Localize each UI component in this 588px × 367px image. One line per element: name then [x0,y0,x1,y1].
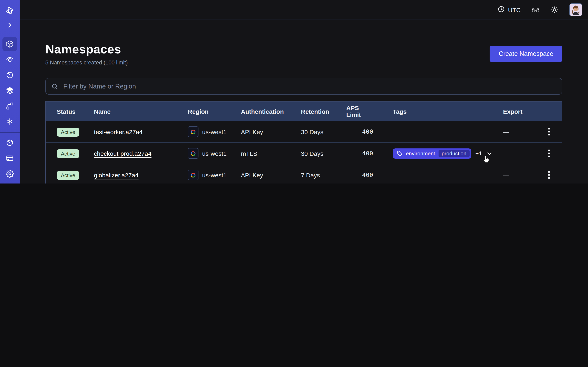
sidebar-item-nexus[interactable] [2,114,17,129]
sidebar-item-settings[interactable] [2,166,17,181]
auth-cell: API Key [241,128,301,135]
sidebar-collapse-chevron-icon[interactable] [2,18,17,33]
aps-limit-cell: 400 [362,150,381,157]
tags-wrap: environment production +1 [393,148,493,158]
region-cell: us-west1 [188,126,241,137]
namespace-link[interactable]: test-worker.a27a4 [94,128,143,135]
column-header-auth: Authentication [241,108,301,115]
page-header: Namespaces 5 Namespaces created (100 lim… [45,42,562,66]
status-badge: Active [57,171,79,180]
tags-cell: environment production +1 [381,148,503,158]
labs-glasses-icon[interactable] [531,6,540,14]
tags-more: +1 [476,150,482,157]
page-subtitle: 5 Namespaces created (100 limit) [45,59,128,66]
user-avatar[interactable] [569,3,582,16]
table-row: Active checkout-prod.a27a4 us-west1 mTLS… [46,143,562,164]
tag-key: environment [406,150,435,156]
retention-cell: 30 Days [301,150,346,157]
filter-bar [45,78,562,95]
namespaces-table: Status Name Region Authentication Retent… [45,101,562,184]
retention-cell: 7 Days [301,171,346,178]
timezone-label: UTC [508,6,521,13]
timezone-selector[interactable]: UTC [497,5,521,14]
sidebar-item-monitoring[interactable] [2,52,17,67]
namespace-link[interactable]: globalizer.a27a4 [94,171,139,178]
region-cell: us-west1 [188,170,241,180]
search-icon [51,83,58,90]
sidebar: 2.35.1 [0,0,20,184]
table-header: Status Name Region Authentication Retent… [46,101,562,121]
tag-value: production [438,150,470,157]
row-menu-button[interactable] [544,148,554,159]
sidebar-item-schedules[interactable] [2,68,17,82]
sidebar-divider [0,132,20,133]
auth-cell: API Key [241,171,301,178]
topbar: UTC [20,0,588,20]
table-row: Active test-worker.a27a4 us-west1 API Ke… [46,121,562,143]
sidebar-item-namespaces[interactable] [2,37,17,51]
aps-limit-cell: 400 [362,128,381,135]
sidebar-item-deployments[interactable] [2,99,17,113]
column-header-aps: APS Limit [346,104,381,118]
export-cell: — [503,171,536,178]
tags-expand-chevron[interactable] [486,150,493,157]
export-cell: — [503,128,536,135]
tag-badge[interactable]: environment production [393,148,471,158]
status-badge: Active [57,149,79,158]
column-header-region: Region [188,108,241,115]
row-menu-button[interactable] [544,126,554,137]
export-cell: — [503,150,536,157]
retention-cell: 30 Days [301,128,346,135]
status-badge: Active [57,128,79,137]
sidebar-item-usage[interactable] [2,135,17,150]
table-row: Active globalizer.a27a4 us-west1 API Key… [46,164,562,184]
table-body: Active test-worker.a27a4 us-west1 API Ke… [46,121,562,184]
column-header-retention: Retention [301,108,346,115]
app-root: 2.35.1 UTC [0,0,588,184]
column-header-tags: Tags [381,108,503,115]
auth-cell: mTLS [241,150,301,157]
sidebar-item-layers[interactable] [2,83,17,98]
gcp-region-icon [188,126,199,137]
column-header-name: Name [94,108,188,115]
namespace-link[interactable]: checkout-prod.a27a4 [94,150,151,157]
create-namespace-button[interactable]: Create Namespace [490,45,562,62]
tag-icon [397,150,403,156]
region-label: us-west1 [202,171,227,178]
region-cell: us-west1 [188,148,241,159]
gcp-region-icon [188,170,199,180]
filter-input[interactable] [62,82,557,90]
theme-toggle-sun-icon[interactable] [550,6,559,14]
main-content: Namespaces 5 Namespaces created (100 lim… [20,20,588,184]
temporal-logo-icon[interactable] [2,3,17,18]
clock-icon [497,5,505,14]
sidebar-item-billing[interactable] [2,151,17,166]
region-label: us-west1 [202,150,227,157]
aps-limit-cell: 400 [362,172,381,178]
region-label: us-west1 [202,128,227,135]
row-menu-button[interactable] [544,169,554,181]
column-header-status: Status [57,108,94,115]
column-header-export: Export [503,108,536,115]
page-title: Namespaces [45,42,128,57]
gcp-region-icon [188,148,199,159]
